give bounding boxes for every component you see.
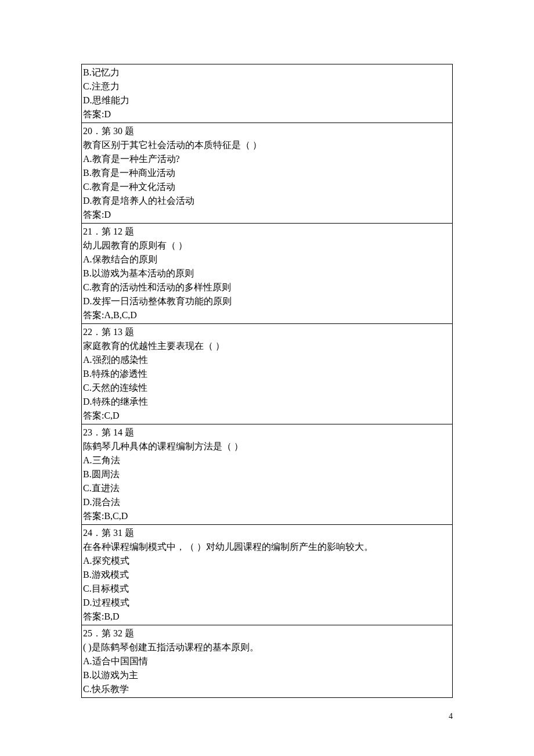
table-row: 25．第 32 题( )是陈鹤琴创建五指活动课程的基本原则。A.适合中国国情B.…	[82, 625, 453, 698]
text-line: C.注意力	[83, 80, 451, 93]
table-row: 22．第 13 题家庭教育的优越性主要表现在（ ）A.强烈的感染性B.特殊的渗透…	[82, 324, 453, 424]
text-line: B.记忆力	[83, 66, 451, 80]
text-line: B.游戏模式	[83, 568, 451, 582]
text-line: 答案:D	[83, 208, 451, 222]
text-line: 23．第 14 题	[83, 426, 451, 440]
question-cell: 23．第 14 题陈鹤琴几种具体的课程编制方法是（ ）A.三角法B.圆周法C.直…	[82, 424, 453, 525]
text-line: A.教育是一种生产活动?	[83, 152, 451, 166]
page-number: 4	[449, 712, 453, 721]
question-cell: 21．第 12 题幼儿园教育的原则有（ ）A.保教结合的原则B.以游戏为基本活动…	[82, 224, 453, 324]
text-line: B.以游戏为主	[83, 668, 451, 682]
table-row: 21．第 12 题幼儿园教育的原则有（ ）A.保教结合的原则B.以游戏为基本活动…	[82, 224, 453, 324]
text-line: B.特殊的渗透性	[83, 367, 451, 381]
text-line: A.强烈的感染性	[83, 353, 451, 367]
text-line: D.混合法	[83, 495, 451, 509]
text-line: A.探究模式	[83, 554, 451, 568]
text-line: A.保教结合的原则	[83, 253, 451, 267]
text-line: 22．第 13 题	[83, 325, 451, 339]
text-line: 家庭教育的优越性主要表现在（ ）	[83, 339, 451, 353]
question-table: B.记忆力C.注意力D.思维能力答案:D20．第 30 题教育区别于其它社会活动…	[81, 64, 453, 698]
text-line: B.以游戏为基本活动的原则	[83, 267, 451, 280]
text-line: 答案:A,B,C,D	[83, 308, 451, 322]
table-row: 20．第 30 题教育区别于其它社会活动的本质特征是（ ）A.教育是一种生产活动…	[82, 123, 453, 224]
text-line: A.三角法	[83, 453, 451, 467]
text-line: C.目标模式	[83, 582, 451, 596]
text-line: C.教育的活动性和活动的多样性原则	[83, 280, 451, 294]
text-line: 21．第 12 题	[83, 225, 451, 239]
text-line: B.圆周法	[83, 467, 451, 481]
text-line: 答案:B,C,D	[83, 509, 451, 523]
text-line: D.过程模式	[83, 596, 451, 610]
text-line: C.快乐教学	[83, 682, 451, 696]
text-line: 答案:D	[83, 107, 451, 121]
page: B.记忆力C.注意力D.思维能力答案:D20．第 30 题教育区别于其它社会活动…	[0, 0, 534, 756]
question-cell: 22．第 13 题家庭教育的优越性主要表现在（ ）A.强烈的感染性B.特殊的渗透…	[82, 324, 453, 424]
text-line: 24．第 31 题	[83, 526, 451, 540]
text-line: B.教育是一种商业活动	[83, 166, 451, 180]
table-row: B.记忆力C.注意力D.思维能力答案:D	[82, 64, 453, 123]
text-line: D.发挥一日活动整体教育功能的原则	[83, 294, 451, 308]
text-line: A.适合中国国情	[83, 654, 451, 668]
question-cell: 25．第 32 题( )是陈鹤琴创建五指活动课程的基本原则。A.适合中国国情B.…	[82, 625, 453, 698]
question-cell: 24．第 31 题在各种课程编制模式中，（ ）对幼儿园课程的编制所产生的影响较大…	[82, 525, 453, 625]
text-line: D.思维能力	[83, 93, 451, 107]
text-line: C.天然的连续性	[83, 381, 451, 395]
table-row: 23．第 14 题陈鹤琴几种具体的课程编制方法是（ ）A.三角法B.圆周法C.直…	[82, 424, 453, 525]
text-line: D.教育是培养人的社会活动	[83, 194, 451, 208]
table-row: 24．第 31 题在各种课程编制模式中，（ ）对幼儿园课程的编制所产生的影响较大…	[82, 525, 453, 625]
text-line: 在各种课程编制模式中，（ ）对幼儿园课程的编制所产生的影响较大。	[83, 540, 451, 554]
text-line: D.特殊的继承性	[83, 395, 451, 409]
text-line: C.教育是一种文化活动	[83, 180, 451, 194]
text-line: 幼儿园教育的原则有（ ）	[83, 239, 451, 253]
text-line: 25．第 32 题	[83, 627, 451, 640]
text-line: 陈鹤琴几种具体的课程编制方法是（ ）	[83, 440, 451, 453]
question-cell: B.记忆力C.注意力D.思维能力答案:D	[82, 64, 453, 123]
text-line: 答案:C,D	[83, 409, 451, 423]
text-line: 20．第 30 题	[83, 124, 451, 138]
text-line: 答案:B,D	[83, 610, 451, 624]
question-cell: 20．第 30 题教育区别于其它社会活动的本质特征是（ ）A.教育是一种生产活动…	[82, 123, 453, 224]
text-line: 教育区别于其它社会活动的本质特征是（ ）	[83, 138, 451, 152]
text-line: C.直进法	[83, 481, 451, 495]
text-line: ( )是陈鹤琴创建五指活动课程的基本原则。	[83, 640, 451, 654]
